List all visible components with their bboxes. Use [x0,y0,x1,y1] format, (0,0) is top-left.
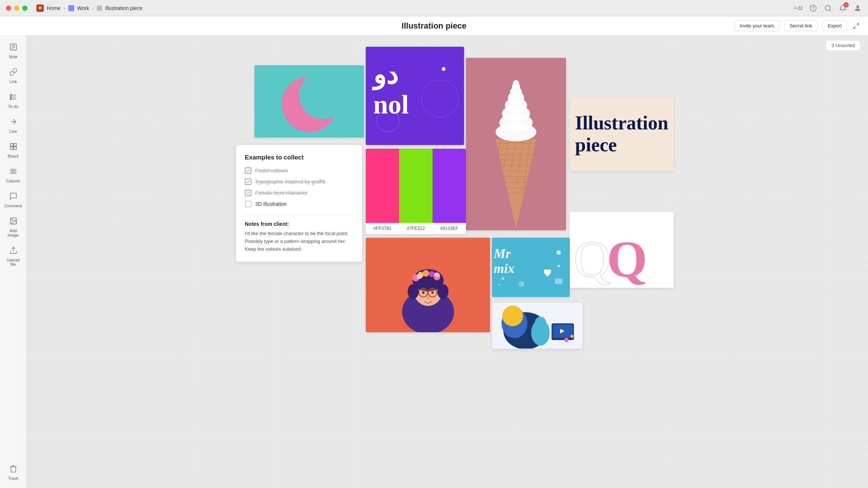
svg-point-84 [408,284,419,299]
profile-icon[interactable] [853,4,862,13]
sidebar-item-comment[interactable]: Comment [2,189,24,211]
sidebar-item-upload[interactable]: Upload file [2,243,24,270]
sidebar-item-board[interactable]: Board [2,139,24,161]
titlebar-right: 22 ? 3 [794,4,862,13]
help-icon[interactable]: ? [809,4,818,13]
svg-line-6 [829,9,831,11]
sidebar-upload-label: Upload file [4,258,22,267]
swatch-label-pink: #FF3781 [366,226,399,231]
svg-text:★: ★ [557,263,561,268]
sidebar-item-link[interactable]: Link [2,65,24,87]
svg-rect-22 [13,144,16,146]
checklist-pastel[interactable]: ✓ Pastel colours [245,167,353,174]
minimize-button[interactable] [14,6,19,11]
svg-text:Q: Q [573,230,611,288]
sidebar-item-trash[interactable]: Trash [2,462,24,484]
sidebar-trash-label: Trash [8,476,19,481]
svg-line-9 [854,26,855,28]
swatch-label-green: #7FE312 [399,226,433,231]
swatch-label-purple: #9133EF [433,226,466,231]
checklist-label-pastel: Pastel colours [255,168,288,174]
checklist-3d[interactable]: 3D illustration [245,201,353,207]
sidebar-add-image-label: Add image [4,228,22,237]
secret-link-button[interactable]: Secret link [784,20,818,31]
svg-line-8 [857,23,859,25]
column-icon [9,167,17,177]
device-icon[interactable]: 22 [794,4,803,13]
sidebar-item-line[interactable]: Line [2,115,24,136]
card-icecream[interactable] [466,58,566,230]
svg-point-30 [11,219,13,220]
breadcrumb: M Home › Work › Illustration piece [36,4,142,12]
checkbox-pastel[interactable]: ✓ [245,167,251,174]
invite-team-button[interactable]: Invite your team [734,20,780,31]
svg-point-7 [856,5,859,8]
card-girl[interactable] [366,238,490,332]
card-graffiti[interactable]: Mr mix ★ ✦ [492,238,570,297]
page-icon [97,6,102,11]
sidebar-item-add-image[interactable]: Add image [2,214,24,240]
card-q[interactable]: Q Q [570,212,674,288]
sidebar-line-label: Line [9,129,17,133]
card-moon[interactable] [254,65,364,138]
svg-point-39 [442,67,445,71]
examples-title: Examples to collect [245,154,353,161]
svg-point-1 [795,9,795,9]
swatches-row [366,149,466,223]
card-typography[interactable]: دو nol [366,47,464,145]
search-icon[interactable] [823,4,832,13]
svg-point-66 [513,80,519,86]
notifications-icon[interactable]: 3 [838,4,847,13]
svg-point-105 [535,317,546,328]
svg-rect-24 [13,147,16,149]
sidebar-column-label: Column [6,179,20,183]
breadcrumb-page[interactable]: Illustration piece [105,5,142,11]
svg-point-5 [825,5,830,10]
svg-point-109 [564,338,569,342]
checkbox-hero[interactable]: ✓ [245,189,251,196]
canvas-inner: دو nol [188,43,707,377]
checklist-label-3d: 3D illustration [255,201,287,207]
checklist-hero[interactable]: ✓ Female hero character [245,189,353,196]
swatch-green [399,149,433,223]
sidebar-item-todo[interactable]: To-do [2,90,24,112]
fullscreen-button[interactable] [22,6,27,11]
fullscreen-icon[interactable] [852,22,861,30]
svg-point-73 [423,270,429,277]
unsorted-badge[interactable]: 3 Unsorted [826,40,861,51]
close-button[interactable] [6,6,11,11]
breadcrumb-sep1: › [63,5,65,11]
svg-text:mix: mix [494,261,514,276]
checkbox-3d[interactable] [245,201,251,207]
svg-point-83 [427,297,430,299]
card-peachy[interactable]: Illustration piece [570,97,674,171]
svg-rect-93 [555,278,562,284]
sidebar-item-note[interactable]: Note [2,40,24,62]
svg-rect-21 [10,144,13,146]
todo-icon [9,93,17,103]
svg-rect-0 [794,7,796,8]
page-actions: Invite your team Secret link Export [734,20,861,31]
comment-icon [9,192,17,202]
page-title: Illustration piece [402,21,467,31]
sidebar-comment-label: Comment [4,204,22,208]
svg-text:دو: دو [372,60,398,90]
card-swatches[interactable]: #FF3781 #7FE312 #9133EF [366,149,466,234]
trash-icon [9,465,17,475]
svg-point-81 [422,291,424,294]
breadcrumb-home[interactable]: Home [47,5,60,11]
svg-point-92 [502,277,504,280]
checkbox-graffiti[interactable]: ✓ [245,178,251,185]
sidebar-item-column[interactable]: Column [2,164,24,186]
notes-title: Notes from client: [245,221,353,227]
notes-text: I'd like the female character to be the … [245,230,353,253]
breadcrumb-sep2: › [92,5,94,11]
swatch-labels: #FF3781 #7FE312 #9133EF [366,223,466,234]
swatch-pink [366,149,399,223]
svg-point-2 [796,9,796,9]
breadcrumb-work[interactable]: Work [77,5,89,11]
export-button[interactable]: Export [822,20,847,31]
card-abstract[interactable] [492,303,583,349]
checklist-graffiti[interactable]: ✓ Typographic inspired by graffiti [245,178,353,185]
notification-badge: 3 [844,2,849,7]
